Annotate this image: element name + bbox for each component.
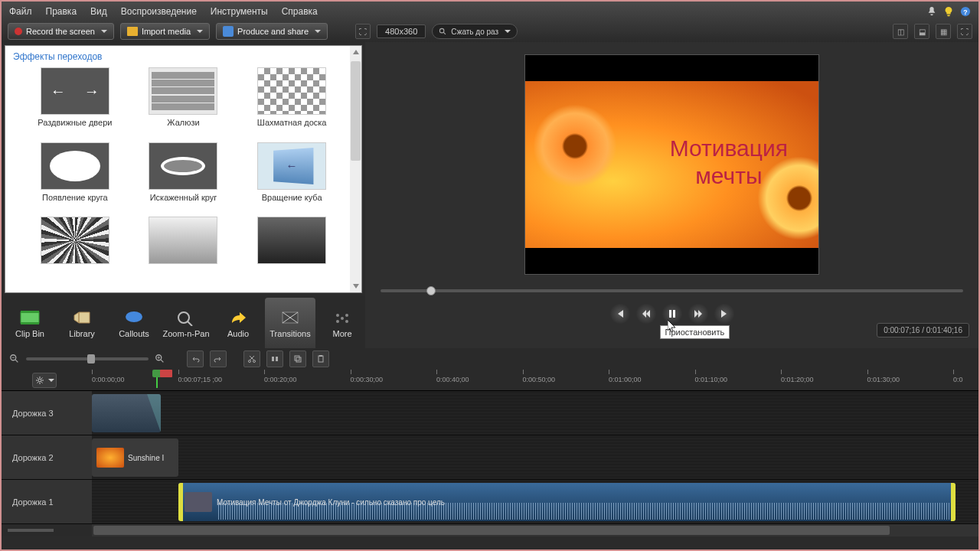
search-icon [439, 28, 447, 36]
tab-more[interactable]: More [317, 298, 368, 348]
transition-item[interactable] [21, 217, 129, 278]
tab-audio[interactable]: Audio [213, 298, 263, 348]
timeline-toolbar [2, 348, 978, 370]
svg-rect-27 [295, 356, 299, 360]
prev-button[interactable] [610, 304, 630, 324]
ruler-tick: 0:00:30;00 [351, 376, 384, 383]
svg-point-11 [336, 314, 339, 317]
track-1: Дорожка 1 Мотивация Мечты от Джорджа Клу… [2, 480, 978, 524]
record-screen-button[interactable]: Record the screen [8, 23, 114, 40]
track-3-content[interactable] [92, 391, 978, 435]
seek-bar[interactable] [365, 285, 978, 296]
play-pause-button[interactable] [662, 304, 682, 324]
menu-playback[interactable]: Воспроизведение [121, 6, 197, 17]
seek-thumb[interactable] [426, 286, 436, 295]
track-3: Дорожка 3 [2, 391, 978, 435]
layout-button[interactable]: ▦ [936, 24, 951, 39]
zoom-fit-dropdown[interactable]: Сжать до раз [432, 24, 518, 39]
tab-zoomnpan[interactable]: Zoom-n-Pan [161, 298, 211, 348]
track-3-label[interactable]: Дорожка 3 [2, 391, 92, 435]
main-toolbar: Record the screen Import media Produce a… [2, 21, 978, 42]
expand-button[interactable]: ⛶ [957, 24, 972, 39]
transition-item[interactable]: Искаженный круг [129, 142, 238, 213]
menu-file[interactable]: Файл [9, 6, 32, 17]
transition-item[interactable]: Шахматная доска [237, 67, 346, 138]
split-button[interactable] [266, 350, 283, 367]
timeline-hscroll[interactable] [2, 524, 978, 536]
tab-clipbin[interactable]: Clip Bin [5, 298, 55, 348]
svg-rect-28 [296, 357, 301, 362]
fit-button[interactable]: ⛶ [355, 24, 371, 39]
record-icon [15, 28, 22, 35]
paste-button[interactable] [312, 350, 329, 367]
forward-button[interactable] [688, 304, 708, 324]
zoom-in-icon[interactable] [155, 354, 165, 364]
svg-point-13 [336, 320, 339, 323]
ruler-tick: 0:01:10;00 [695, 376, 728, 383]
svg-rect-6 [21, 322, 39, 324]
detach-button[interactable]: ◫ [893, 24, 908, 39]
track-1-label[interactable]: Дорожка 1 [2, 480, 92, 523]
track-2: Дорожка 2 Sunshine I [2, 435, 978, 480]
menu-edit[interactable]: Правка [46, 6, 77, 17]
preview-text: Мотивациямечты [670, 135, 788, 190]
bulb-icon[interactable] [943, 6, 954, 17]
transition-item[interactable]: Жалюзи [129, 67, 238, 138]
svg-point-15 [341, 317, 344, 320]
tool-tabs: Clip BinLibraryCalloutsZoom-n-PanAudioTr… [2, 296, 365, 348]
copy-button[interactable] [289, 350, 306, 367]
bell-icon[interactable] [926, 6, 937, 17]
track-3-clip[interactable] [92, 394, 161, 432]
cut-button[interactable] [243, 350, 260, 367]
time-display: 0:00:07;16 / 0:01:40;16 [877, 323, 969, 337]
tab-transitions[interactable]: Transitions [265, 298, 315, 348]
svg-line-22 [161, 360, 164, 363]
undo-button[interactable] [187, 350, 204, 367]
transition-item[interactable]: ←→Раздвижные двери [21, 67, 129, 138]
time-ruler[interactable]: 0:00:00;000:00:07;15 ;000:00:20;000:00:3… [92, 370, 978, 390]
playhead[interactable] [156, 371, 158, 388]
track-1-clip[interactable]: Мотивация Мечты от Джорджа Клуни - сильн… [178, 483, 956, 521]
menu-tools[interactable]: Инструменты [211, 6, 268, 17]
menu-help[interactable]: Справка [282, 6, 318, 17]
play-tooltip: Приостановить [660, 325, 730, 339]
produce-share-button[interactable]: Produce and share [216, 23, 328, 40]
ruler-tick: 0:01:30;00 [867, 376, 900, 383]
svg-point-14 [345, 320, 348, 323]
svg-rect-4 [21, 312, 39, 323]
import-media-button[interactable]: Import media [120, 23, 210, 40]
svg-rect-26 [276, 357, 278, 361]
redo-button[interactable] [210, 350, 227, 367]
help-icon[interactable]: ? [960, 6, 971, 17]
track-2-clip[interactable]: Sunshine I [92, 439, 178, 477]
transition-item[interactable]: Появление круга [21, 142, 129, 213]
track-1-content[interactable]: Мотивация Мечты от Джорджа Клуни - сильн… [92, 480, 978, 523]
ruler-tick: 0:00:20;00 [264, 376, 297, 383]
transition-item[interactable] [237, 217, 346, 278]
svg-line-9 [188, 321, 192, 326]
menu-view[interactable]: Вид [90, 6, 107, 17]
preview-canvas[interactable]: Мотивациямечты [524, 54, 819, 275]
tab-library[interactable]: Library [57, 298, 107, 348]
track-2-label[interactable]: Дорожка 2 [2, 435, 92, 479]
tab-callouts[interactable]: Callouts [109, 298, 159, 348]
ruler-tick: 0:01:20;00 [781, 376, 814, 383]
ruler-tick: 0:00:07;15 ;00 [178, 376, 223, 383]
rewind-button[interactable] [636, 304, 656, 324]
ruler-tick: 0:0 [953, 376, 963, 383]
transition-item[interactable]: ←Вращение куба [237, 142, 346, 213]
zoom-slider[interactable] [26, 357, 149, 360]
timeline-options-button[interactable] [32, 373, 57, 388]
playback-controls: Приостановить [610, 304, 734, 324]
zoom-out-icon[interactable] [9, 354, 20, 364]
ruler-tick: 0:00:50;00 [523, 376, 556, 383]
preview-dimensions[interactable]: 480x360 [377, 24, 426, 38]
fullscreen-button[interactable]: ⬓ [914, 24, 929, 39]
svg-point-12 [345, 314, 348, 317]
svg-text:?: ? [963, 8, 967, 15]
panel-scrollbar[interactable] [350, 46, 361, 292]
next-button[interactable] [714, 304, 734, 324]
transitions-panel: Эффекты переходов ←→Раздвижные двериЖалю… [5, 45, 362, 293]
track-2-content[interactable]: Sunshine I [92, 435, 978, 479]
transition-item[interactable] [129, 217, 238, 278]
